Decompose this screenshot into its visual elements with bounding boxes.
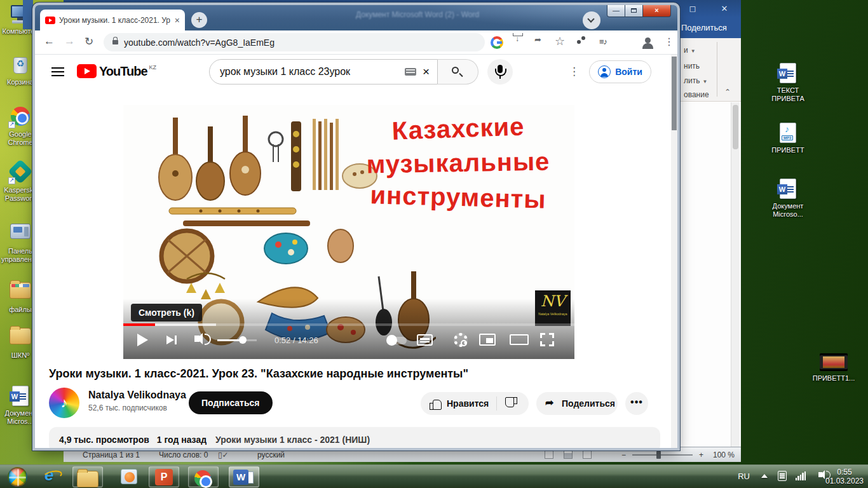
search-box[interactable]: × [209, 59, 438, 85]
internet-explorer-icon: e [44, 465, 53, 485]
word-doc-icon: W [776, 179, 800, 200]
desktop: Компьютер ♻ Корзина Google Chrome Kasper… [0, 0, 868, 488]
zoom-slider-thumb[interactable] [656, 451, 661, 459]
word-maximize-button[interactable]: ◻ [683, 4, 702, 13]
thumb-up-icon[interactable] [430, 398, 442, 409]
theater-mode-icon[interactable] [510, 334, 529, 345]
share-arrow-icon [545, 398, 558, 409]
media-player-icon [121, 469, 137, 484]
taskbar-media-player[interactable] [114, 466, 145, 487]
network-icon[interactable] [794, 471, 806, 480]
share-pill[interactable]: Поделиться [536, 392, 618, 415]
taskbar-powerpoint[interactable]: P [149, 466, 179, 487]
taskbar-chrome[interactable] [188, 466, 219, 487]
word-scrollbar[interactable] [731, 102, 740, 447]
tab-close-icon[interactable]: × [175, 15, 180, 25]
proofing-icon[interactable]: ▯✓ [218, 451, 229, 459]
taskbar-ie[interactable]: e [36, 466, 66, 487]
microphone-icon [498, 65, 503, 73]
autoplay-toggle[interactable] [388, 337, 407, 344]
tab-search-button[interactable] [583, 11, 600, 29]
voice-search-button[interactable] [487, 59, 513, 85]
video-player[interactable]: Казахские музыкальные инструменты NV Nat… [123, 105, 574, 359]
channel-avatar[interactable]: ♪ [49, 388, 79, 418]
word-page-count[interactable]: Страница 1 из 1 [83, 451, 140, 459]
word-word-count[interactable]: Число слов: 0 [159, 451, 208, 459]
more-actions-button[interactable]: ••• [625, 392, 648, 415]
like-button[interactable]: Нравится [447, 398, 489, 409]
new-tab-button[interactable]: + [191, 12, 207, 28]
ribbon-fragment[interactable]: лить▼ [684, 76, 707, 85]
taskbar-explorer[interactable] [72, 466, 103, 487]
ribbon-fragment[interactable]: и▼ [684, 46, 696, 55]
chrome-window: Документ Microsoft Word (2) - Word Уроки… [35, 5, 677, 448]
search-input[interactable] [220, 66, 398, 78]
sign-in-button[interactable]: Войти [589, 60, 651, 83]
channel-name[interactable]: Natalya Velikodnaya [88, 390, 186, 401]
search-button[interactable] [438, 59, 478, 85]
word-share-button[interactable]: Поделиться [681, 23, 727, 32]
thumb-down-icon[interactable] [505, 398, 517, 409]
zoom-slider[interactable] [632, 454, 693, 456]
browser-menu-icon[interactable]: ⋮ [664, 36, 674, 48]
desktop-icon-document-word[interactable]: W Документ Microso... [763, 178, 813, 219]
youtube-menu-icon[interactable]: ⋮ [569, 65, 580, 78]
bookmark-star-icon[interactable]: ☆ [555, 34, 565, 48]
action-center-icon[interactable] [778, 471, 787, 481]
miniplayer-icon[interactable] [479, 334, 496, 346]
word-close-button[interactable]: ✕ [715, 4, 734, 13]
maximize-button[interactable] [625, 5, 643, 17]
desktop-icon-text-priveta[interactable]: W ТЕКСТ ПРИВЕТА [763, 62, 813, 103]
minimize-button[interactable]: — [607, 5, 625, 17]
description-box[interactable]: 4,9 тыс. просмотров 1 год назад Уроки му… [49, 427, 660, 448]
next-button[interactable] [166, 336, 174, 344]
desktop-icon-privett-mp3[interactable]: ♪MP3 ПРИВЕТТ [763, 122, 813, 154]
youtube-header: YouTube KZ × ⋮ Войти [35, 55, 677, 89]
zoom-out-button[interactable]: − [621, 451, 626, 459]
volume-icon[interactable] [194, 336, 200, 342]
browser-tab[interactable]: Уроки музыки. 1 класс-2021. Ур × [40, 10, 185, 30]
web-layout-icon[interactable] [583, 451, 592, 459]
language-indicator[interactable]: RU [738, 471, 750, 481]
clear-search-icon[interactable]: × [423, 65, 430, 79]
ribbon-fragment[interactable]: ование [684, 90, 709, 99]
tray-expand-icon[interactable] [761, 474, 768, 478]
page-scrollbar[interactable] [671, 55, 677, 448]
taskbar-word[interactable]: W [229, 466, 259, 487]
fullscreen-icon[interactable] [540, 333, 554, 346]
playlist-extension-icon[interactable]: ≡♪ [599, 37, 607, 46]
hamburger-menu-icon[interactable] [51, 67, 64, 76]
word-doc-icon: W [8, 386, 32, 407]
word-icon: W [233, 470, 248, 485]
print-layout-icon[interactable] [564, 451, 573, 459]
volume-slider-knob[interactable] [239, 336, 247, 344]
google-icon[interactable] [491, 36, 503, 49]
volume-icon[interactable] [818, 472, 822, 477]
progress-played [123, 323, 155, 326]
subtitles-icon[interactable] [417, 334, 433, 346]
start-button[interactable] [8, 467, 27, 487]
clock[interactable]: 0:55 01.03.2023 [825, 468, 864, 485]
url-input[interactable] [124, 37, 476, 48]
address-bar[interactable] [104, 33, 485, 51]
reload-icon[interactable]: ↻ [85, 35, 93, 48]
zoom-in-button[interactable]: + [699, 451, 703, 459]
back-icon[interactable]: ← [44, 35, 55, 48]
progress-bar[interactable] [123, 323, 574, 326]
forward-icon[interactable]: → [64, 35, 75, 48]
keyboard-icon[interactable] [405, 68, 416, 76]
settings-gear-icon[interactable] [454, 333, 468, 347]
playlist-link[interactable]: Уроки музыки 1 класс - 2021 (НИШ) [215, 435, 370, 445]
ribbon-fragment[interactable]: нить [684, 62, 700, 71]
close-button[interactable]: × [643, 5, 671, 17]
play-button[interactable] [137, 334, 148, 346]
word-language[interactable]: русский [257, 451, 285, 459]
chrome-icon [8, 107, 32, 128]
zoom-level[interactable]: 100 % [713, 451, 735, 459]
youtube-favicon [45, 17, 55, 24]
desktop-icon-privett1-video[interactable]: ПРИВЕТТ1... [808, 352, 859, 383]
youtube-logo[interactable]: YouTube KZ [77, 64, 156, 78]
subscribe-button[interactable]: Подписаться [189, 391, 273, 414]
ribbon-collapse-icon[interactable]: ⌃ [724, 88, 731, 97]
read-mode-icon[interactable] [545, 451, 553, 459]
